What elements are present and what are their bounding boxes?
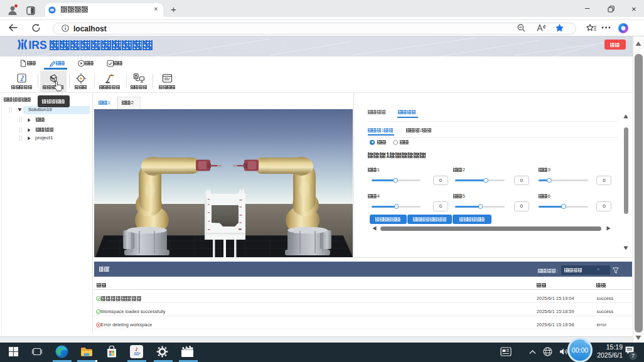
svg-text:00:00: 00:00 xyxy=(572,346,588,354)
svg-text:IRS: IRS xyxy=(29,39,47,51)
